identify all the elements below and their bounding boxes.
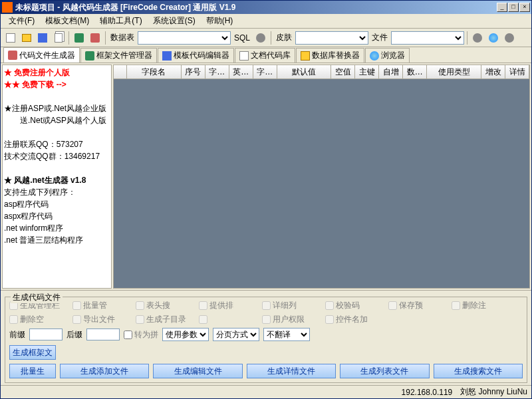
tab-template[interactable]: 模板代码编辑器	[158, 48, 234, 63]
generate-group: 生成代码文件 生成管理栏批量管表头搜提供排详细列校验码保存预删除注删除空导出文件…	[5, 297, 527, 383]
topin-check[interactable]	[124, 331, 132, 339]
grid-body[interactable]	[113, 79, 530, 289]
tab-dbreplace[interactable]: 数据库替换器	[296, 48, 364, 63]
skin-combo[interactable]	[295, 31, 368, 45]
gridcol-usetype[interactable]: 使用类型	[427, 65, 481, 78]
menu-template[interactable]: 模板文档(M)	[40, 14, 94, 28]
check-option[interactable]: 生成子目录	[136, 314, 199, 325]
menu-settings[interactable]: 系统设置(S)	[148, 14, 201, 28]
gen-search-button[interactable]: 生成搜索文件	[434, 364, 523, 378]
checkbox[interactable]	[136, 315, 144, 324]
gen-frame-button[interactable]: 生成框架文	[9, 345, 56, 360]
toolbar: 数据表 SQL 皮肤 文件	[1, 29, 531, 47]
gridcol-check[interactable]	[114, 65, 127, 78]
prefix-label: 前缀	[9, 329, 25, 340]
gridcol-default[interactable]: 默认值	[277, 65, 332, 78]
menu-tools[interactable]: 辅助工具(T)	[94, 14, 147, 28]
gen-detail-button[interactable]: 生成详情文件	[247, 364, 336, 378]
gridcol-addmod[interactable]: 增改	[481, 65, 505, 78]
tab-codegen[interactable]: 代码文件生成器	[3, 47, 80, 63]
tab-label: 浏览器	[381, 50, 405, 61]
checkbox[interactable]	[199, 301, 207, 310]
sql-button[interactable]	[253, 31, 268, 45]
checkbox[interactable]	[262, 301, 271, 310]
gridcol-en[interactable]: 英…	[229, 65, 253, 78]
checkbox[interactable]	[452, 301, 460, 310]
checkbox[interactable]	[388, 301, 397, 310]
sidebar-text: .net winform程序	[4, 222, 110, 234]
toolbar-btn-a[interactable]	[470, 31, 485, 45]
gridcol-pk[interactable]: 主键	[355, 65, 379, 78]
pagemethod-dropdown[interactable]: 分页方式	[213, 328, 259, 341]
gen-edit-button[interactable]: 生成编辑文件	[153, 364, 242, 378]
gridcol-word2[interactable]: 字…	[253, 65, 277, 78]
toolbar-green-button[interactable]	[72, 31, 86, 45]
checkbox[interactable]	[325, 315, 334, 324]
gridcol-num[interactable]: 数…	[403, 65, 427, 78]
checkbox[interactable]	[72, 301, 81, 310]
gridcol-word[interactable]: 字…	[205, 65, 229, 78]
checkbox[interactable]	[9, 315, 18, 324]
open-icon	[22, 34, 31, 42]
toolbar-btn-b[interactable]	[486, 31, 501, 45]
save-button[interactable]	[35, 31, 50, 45]
check-option[interactable]: 批量管	[72, 300, 136, 311]
tab-icon	[301, 51, 310, 61]
check-option[interactable]: 校验码	[325, 300, 388, 311]
gen-list-button[interactable]: 生成列表文件	[340, 364, 429, 378]
check-option[interactable]: 表头搜	[136, 300, 199, 311]
menu-help[interactable]: 帮助(H)	[201, 14, 239, 28]
checkbox[interactable]	[262, 315, 271, 324]
gridcol-autoinc[interactable]: 自增	[379, 65, 403, 78]
notrans-dropdown[interactable]: 不翻译	[263, 328, 310, 341]
suffix-input[interactable]	[86, 329, 120, 340]
close-button[interactable]: ×	[519, 3, 530, 12]
globe-icon	[370, 51, 379, 61]
copy-icon	[55, 33, 63, 43]
sidebar-promo1: ★ 免费注册个人版	[4, 66, 110, 78]
checkbox[interactable]	[325, 301, 334, 310]
datatable-combo[interactable]	[138, 31, 231, 45]
minimize-button[interactable]: _	[497, 3, 507, 12]
useparam-dropdown[interactable]: 使用参数	[162, 328, 209, 341]
check-option[interactable]: 提供排	[199, 300, 262, 311]
prefix-input[interactable]	[29, 329, 63, 340]
check-option[interactable]: 导出文件	[72, 314, 136, 325]
check-option[interactable]: 保存预	[388, 300, 452, 311]
check-option[interactable]: 删除注	[452, 300, 515, 311]
maximize-button[interactable]: □	[508, 3, 519, 12]
new-button[interactable]	[3, 31, 18, 45]
check-option[interactable]	[199, 314, 262, 325]
check-option[interactable]: 控件名加	[325, 314, 388, 325]
gear-icon	[473, 33, 482, 43]
tab-frame[interactable]: 框架文件管理器	[80, 48, 157, 63]
file-combo[interactable]	[391, 31, 464, 45]
tab-icon	[162, 51, 172, 61]
gen-batch-button[interactable]: 批量生	[9, 364, 56, 378]
gridcol-detail[interactable]: 详情	[505, 65, 529, 78]
copy-button[interactable]	[51, 31, 66, 45]
tab-browser[interactable]: 浏览器	[365, 48, 410, 63]
gen-add-button[interactable]: 生成添加文件	[60, 364, 149, 378]
check-option[interactable]: 用户权限	[262, 314, 325, 325]
toolbar-btn-c[interactable]	[502, 31, 517, 45]
check-option[interactable]: 详细列	[262, 300, 325, 311]
gridcol-fieldname[interactable]: 字段名	[127, 65, 182, 78]
open-button[interactable]	[19, 31, 34, 45]
tab-doclib[interactable]: 文档代码库	[235, 48, 295, 63]
check-option[interactable]: 删除空	[9, 314, 72, 325]
toolbar-red-button[interactable]	[88, 31, 102, 45]
sidebar: ★ 免费注册个人版 ★★ 免费下载 --> ★注册ASP或.Net风越企业版 送…	[2, 65, 112, 289]
menu-file[interactable]: 文件(F)	[3, 14, 40, 28]
gridcol-seq[interactable]: 序号	[182, 65, 205, 78]
checkbox[interactable]	[72, 315, 81, 324]
checkbox[interactable]	[199, 315, 207, 324]
gridcol-null[interactable]: 空值	[331, 65, 355, 78]
tab-label: 模板代码编辑器	[174, 50, 229, 61]
checkbox[interactable]	[136, 301, 144, 310]
tabbar: 代码文件生成器 框架文件管理器 模板代码编辑器 文档代码库 数据库替换器 浏览器	[1, 47, 531, 63]
window-title: 未标题项目 - 风越代码生成器 [FireCode Creator] 通用版 V…	[15, 2, 497, 13]
globe-icon	[489, 33, 498, 43]
suffix-label: 后缀	[66, 329, 82, 340]
app-icon	[2, 2, 13, 13]
